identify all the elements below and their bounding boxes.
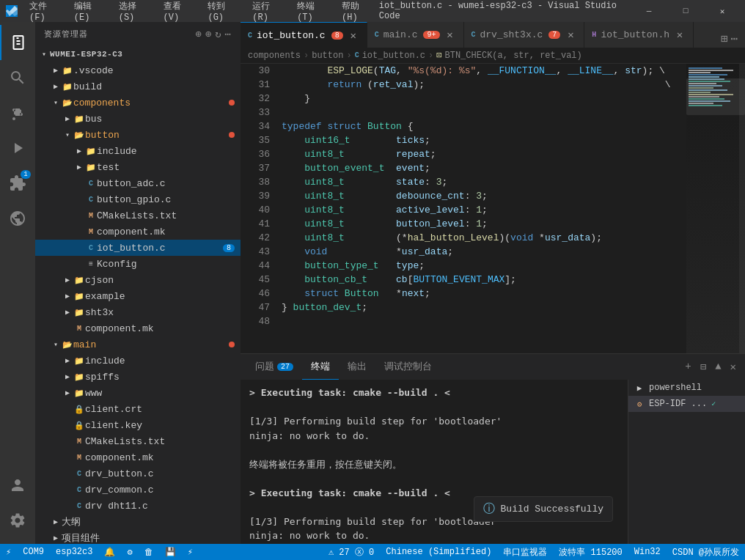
menu-goto[interactable]: 转到(G) (202, 0, 245, 24)
new-folder-icon[interactable]: ⊕ (205, 28, 212, 40)
panel-tab-problems[interactable]: 问题 27 (246, 354, 302, 380)
sidebar-item-drv-dht11[interactable]: ▶ C drv dht11.c (35, 498, 241, 514)
menu-view[interactable]: 查看(V) (158, 0, 201, 24)
menu-select[interactable]: 选择(S) (113, 0, 156, 24)
sidebar-item-include[interactable]: ▶ 📁 include (35, 143, 241, 159)
tab-iot-button-h[interactable]: H iot_button.h ✕ (584, 22, 694, 48)
panel-sidebar-powershell[interactable]: ▶ powershell (628, 380, 745, 396)
statusbar-gear[interactable]: ⚙ (121, 544, 138, 560)
folder-icon: 📁 (73, 113, 85, 125)
bc-symbol[interactable]: BTN_CHECK(a, str, ret_val) (445, 51, 582, 61)
refresh-icon[interactable]: ↻ (215, 28, 221, 40)
panel-tab-debug[interactable]: 调试控制台 (375, 354, 441, 380)
sidebar-item-cmake-main[interactable]: ▶ M CMakeLists.txt (35, 433, 241, 449)
add-terminal-icon[interactable]: + (682, 359, 694, 375)
tab-iot-button-c[interactable]: C iot_button.c 8 ✕ (241, 22, 367, 48)
sidebar-item-componentmk1[interactable]: ▶ M component.mk (35, 224, 241, 240)
main-inc-arrow: ▶ (62, 355, 73, 366)
cmake-icon: M (73, 323, 85, 334)
statusbar-flash[interactable]: ⚡ (182, 544, 199, 560)
sidebar-item-cjson[interactable]: ▶ 📁 cjson (35, 272, 241, 288)
tab-close-main[interactable]: ✕ (444, 29, 456, 41)
sidebar-item-kconfig[interactable]: ▶ ≡ Kconfig (35, 256, 241, 272)
sidebar-item-main-include[interactable]: ▶ 📁 include (35, 353, 241, 369)
activity-account[interactable] (0, 468, 35, 503)
tab-close-iot[interactable]: ✕ (348, 29, 359, 41)
baud-label: 波特率 115200 (559, 546, 622, 559)
activity-search[interactable] (0, 60, 35, 95)
tab-close-h[interactable]: ✕ (674, 29, 686, 41)
activity-extensions[interactable]: 1 (0, 166, 35, 201)
statusbar-esp32c3[interactable]: esp32c3 (50, 544, 98, 560)
folder-icon: 📁 (85, 145, 97, 157)
statusbar-serial-monitor[interactable]: 串口监视器 (497, 544, 553, 560)
panel-tab-terminal[interactable]: 终端 (302, 354, 339, 380)
activity-explorer[interactable] (0, 25, 35, 60)
bc-components[interactable]: components (248, 51, 301, 61)
sidebar-header-icons: ⊕ ⊕ ↻ ⋯ (195, 28, 232, 40)
more-tabs-icon[interactable]: ⋯ (729, 30, 739, 48)
activity-remote[interactable] (0, 201, 35, 236)
sidebar-item-client-crt[interactable]: ▶ 🔒 client.crt (35, 401, 241, 417)
activity-source-control[interactable] (0, 95, 35, 130)
sidebar-item-drv-button[interactable]: ▶ C drv_button.c (35, 465, 241, 482)
sidebar-item-projcomp[interactable]: ▶ 项目组件 (35, 530, 241, 544)
sidebar-item-outline[interactable]: ▶ 大纲 (35, 514, 241, 530)
tab-close-drv[interactable]: ✕ (565, 29, 576, 41)
sidebar-item-spiffs[interactable]: ▶ 📁 spiffs (35, 369, 241, 385)
panel-split-icon[interactable]: ⊟ (697, 359, 709, 375)
sidebar-item-main[interactable]: ▾ 📂 main (35, 336, 241, 353)
bc-button[interactable]: button (312, 51, 343, 61)
statusbar-bell[interactable]: 🔔 (98, 544, 121, 560)
statusbar-language[interactable]: Chinese (Simplified) (380, 544, 497, 560)
statusbar-com9[interactable]: COM9 (17, 544, 50, 560)
sidebar-item-components[interactable]: ▾ 📂 components (35, 95, 241, 111)
sidebar-item-test[interactable]: ▶ 📁 test (35, 159, 241, 175)
bc-file[interactable]: iot_button.c (362, 51, 425, 61)
sidebar-item-vscode[interactable]: ▶ 📁 .vscode (35, 62, 241, 78)
code-content[interactable]: ESP_LOGE(TAG, "%s(%d): %s", __FUNCTION__… (276, 64, 686, 353)
collapse-icon[interactable]: ⋯ (225, 28, 232, 40)
split-editor-icon[interactable]: ⊞ (719, 30, 730, 48)
statusbar-errors[interactable]: ⚠ 27 ⓧ 0 (323, 544, 380, 560)
statusbar-trash[interactable]: 🗑 (139, 544, 159, 560)
statusbar-save[interactable]: 💾 (159, 544, 182, 560)
sidebar-item-www[interactable]: ▶ 📁 www (35, 385, 241, 401)
sidebar-item-example[interactable]: ▶ 📁 example (35, 288, 241, 304)
minimize-button[interactable]: — (632, 0, 666, 22)
sidebar-item-client-key[interactable]: ▶ 🔒 client.key (35, 417, 241, 433)
activity-settings[interactable] (0, 503, 35, 538)
activity-run[interactable] (0, 130, 35, 166)
statusbar-platform[interactable]: Win32 (628, 544, 667, 560)
maximize-button[interactable]: □ (669, 0, 702, 22)
sidebar-item-button-gpio[interactable]: ▶ C button_gpio.c (35, 191, 241, 207)
sidebar-item-bus[interactable]: ▶ 📁 bus (35, 111, 241, 127)
menu-terminal[interactable]: 终端(T) (291, 0, 334, 24)
sidebar-item-build[interactable]: ▶ 📁 build (35, 78, 241, 95)
sidebar-item-button-adc[interactable]: ▶ C button_adc.c (35, 175, 241, 191)
close-button[interactable]: ✕ (705, 0, 739, 22)
sidebar-item-drv-common[interactable]: ▶ C drv_common.c (35, 482, 241, 498)
sidebar-root[interactable]: ▾ WUMEI-ESP32-C3 (35, 46, 241, 62)
new-file-icon[interactable]: ⊕ (195, 28, 202, 40)
sidebar-item-iot-button[interactable]: ▶ C iot_button.c 8 (35, 240, 241, 256)
build-success-label: Build Successfully (501, 504, 603, 515)
sidebar-item-componentmk2[interactable]: ▶ M component.mk (35, 320, 241, 336)
menu-edit[interactable]: 编辑(E) (68, 0, 111, 24)
statusbar-baud[interactable]: 波特率 115200 (553, 544, 628, 560)
sidebar-item-componentmk-main[interactable]: ▶ M component.mk (35, 449, 241, 465)
c-file-icon: C (85, 194, 97, 205)
menu-run[interactable]: 运行(R) (246, 0, 290, 24)
panel-close-icon[interactable]: ✕ (727, 359, 739, 375)
tab-drv-sht3x[interactable]: C drv_sht3x.c 7 ✕ (464, 22, 585, 48)
menu-file[interactable]: 文件(F) (23, 0, 67, 24)
statusbar-remote[interactable]: ⚡ (0, 544, 17, 560)
sidebar-item-button[interactable]: ▾ 📂 button (35, 127, 241, 143)
sidebar-item-cmake1[interactable]: ▶ M CMakeLists.txt (35, 207, 241, 224)
panel-tab-output[interactable]: 输出 (339, 354, 375, 380)
tab-main-c[interactable]: C main.c 9+ ✕ (367, 22, 464, 48)
panel-sidebar-esp-idf[interactable]: ⚙ ESP-IDF ... ✓ (628, 396, 745, 412)
menu-help[interactable]: 帮助(H) (336, 0, 379, 24)
panel-max-icon[interactable]: ▲ (712, 359, 724, 375)
sidebar-item-sht3x[interactable]: ▶ 📁 sht3x (35, 304, 241, 320)
